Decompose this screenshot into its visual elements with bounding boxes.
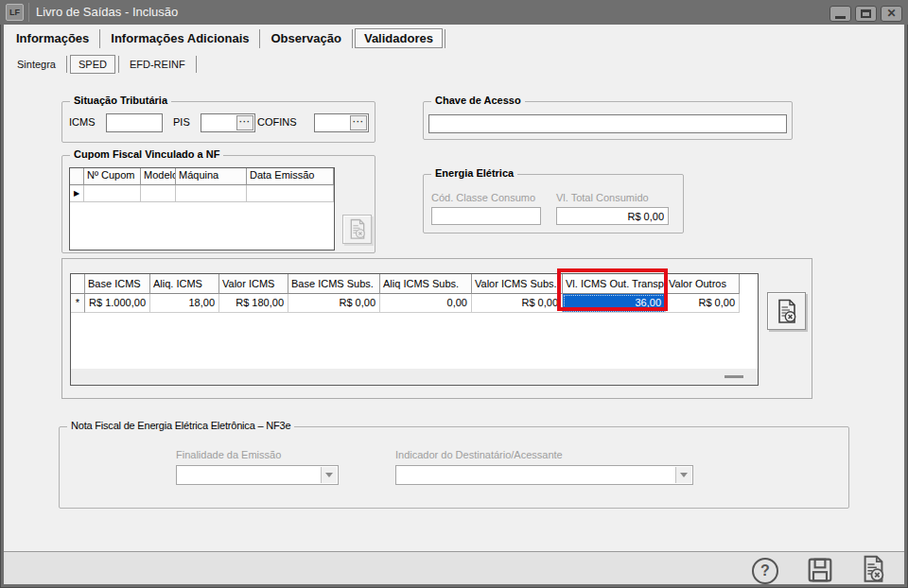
icms-grid: Base ICMS Aliq. ICMS Valor ICMS Base ICM… [70, 273, 759, 386]
tab-observacao[interactable]: Observação [262, 29, 349, 47]
grid-resize-dash[interactable] [725, 375, 743, 378]
titlebar-separator [28, 3, 29, 22]
pis-input[interactable] [201, 114, 236, 131]
cell-base-icms-subs[interactable]: R$ 0,00 [288, 294, 380, 313]
combo-value [177, 470, 181, 481]
main-tab-bar: Informações Informações Adicionais Obser… [8, 27, 447, 49]
group-title: Cupom Fiscal Vinculado a NF [70, 148, 223, 160]
tab-divider [196, 56, 197, 73]
column-header-modelo[interactable]: Modelo [141, 168, 176, 185]
column-header-num-cupom[interactable]: Nº Cupom [84, 168, 141, 185]
cofins-label: COFINS [257, 116, 297, 128]
icms-input[interactable] [106, 113, 163, 132]
tab-divider [352, 29, 353, 48]
ellipsis-icon: ··· [353, 117, 364, 127]
grid-header-row: Base ICMS Aliq. ICMS Valor ICMS Base ICM… [71, 274, 758, 294]
cell-base-icms[interactable]: R$ 1.000,00 [85, 294, 150, 313]
row-indicator: * [71, 294, 85, 313]
grid-corner-cell [71, 274, 85, 294]
group-nf3e: Nota Fiscal de Energia Elétrica Eletrôni… [59, 426, 849, 509]
group-title: Energia Elétrica [431, 167, 517, 179]
pis-field: ··· [201, 113, 255, 132]
grid-data-row: * R$ 1.000,00 18,00 R$ 180,00 R$ 0,00 0,… [71, 294, 758, 313]
cofins-field: ··· [314, 113, 369, 132]
maximize-button[interactable] [855, 6, 877, 22]
combo-dropdown-button [321, 467, 337, 483]
cell-valor-outros[interactable]: R$ 0,00 [666, 294, 740, 313]
tab-divider [66, 56, 67, 73]
sub-tab-bar: Sintegra SPED EFD-REINF [9, 54, 200, 74]
window-title: Livro de Saídas - Inclusão [36, 0, 178, 25]
finalidade-combo [176, 465, 339, 485]
group-chave-acesso: Chave de Acesso [423, 101, 793, 140]
cancel-record-icon [861, 555, 886, 583]
titlebar: LF Livro de Saídas - Inclusão ✕ [0, 0, 908, 25]
tab-efd-reinf[interactable]: EFD-REINF [122, 56, 193, 73]
pis-label: PIS [173, 116, 190, 128]
row-indicator: ▶ [70, 185, 84, 202]
total-consumido-label: Vl. Total Consumido [556, 192, 649, 203]
table-cell[interactable] [247, 185, 334, 202]
combo-dropdown-button [675, 467, 691, 483]
tab-divider [99, 29, 100, 48]
help-button[interactable]: ? [752, 558, 778, 584]
tab-informacoes-adicionais[interactable]: Informações Adicionais [102, 29, 257, 47]
cell-valor-icms-subs[interactable]: R$ 0,00 [472, 294, 563, 313]
classe-consumo-input[interactable] [431, 207, 541, 225]
column-header-valor-icms-subs[interactable]: Valor ICMS Subs. [472, 274, 563, 294]
pis-lookup-button[interactable]: ··· [236, 115, 253, 130]
indicador-label: Indicador do Destinatário/Acessante [395, 449, 563, 460]
save-button[interactable] [807, 557, 833, 587]
column-header-maquina[interactable]: Máquina [176, 168, 247, 185]
column-header-base-icms-subs[interactable]: Base ICMS Subs. [288, 274, 380, 294]
cofins-lookup-button[interactable]: ··· [350, 115, 367, 130]
cupom-header-row: Nº Cupom Modelo Máquina Data Emissão [70, 168, 334, 185]
chave-acesso-input[interactable] [428, 114, 787, 133]
app-window: LF Livro de Saídas - Inclusão ✕ Informaç… [0, 0, 908, 588]
cofins-input[interactable] [315, 114, 349, 131]
column-header-valor-icms[interactable]: Valor ICMS [219, 274, 288, 294]
tab-divider [259, 29, 260, 48]
grid-bottom-strip [71, 369, 758, 385]
cupom-corner-cell [70, 168, 84, 185]
group-energia-eletrica: Energia Elétrica Cód. Classe Consumo Vl.… [423, 174, 684, 233]
group-title: Nota Fiscal de Energia Elétrica Eletrôni… [67, 420, 294, 431]
grid-delete-button[interactable] [767, 292, 806, 330]
delete-record-icon [776, 299, 798, 324]
minimize-button[interactable] [829, 6, 851, 22]
total-consumido-input[interactable] [556, 207, 669, 225]
tab-divider [118, 56, 119, 73]
tab-sintegra[interactable]: Sintegra [9, 56, 63, 73]
icms-panel: Base ICMS Aliq. ICMS Valor ICMS Base ICM… [61, 258, 812, 399]
tab-sped[interactable]: SPED [70, 55, 115, 74]
cell-aliq-icms-subs[interactable]: 0,00 [380, 294, 472, 313]
classe-consumo-label: Cód. Classe Consumo [431, 192, 535, 203]
group-situacao-tributaria: Situação Tributária ICMS PIS ··· COFINS … [61, 101, 375, 143]
column-header-data-emissao[interactable]: Data Emissão [247, 168, 334, 185]
table-cell[interactable] [141, 185, 176, 202]
indicador-combo [395, 465, 693, 485]
column-header-aliq-icms-subs[interactable]: Aliq ICMS Subs. [380, 274, 472, 294]
cell-valor-icms[interactable]: R$ 180,00 [219, 294, 288, 313]
chevron-down-icon [325, 473, 333, 477]
column-header-valor-outros[interactable]: Valor Outros [666, 274, 740, 294]
grid-selected-cell[interactable]: 36,00 [563, 294, 666, 313]
tab-validadores[interactable]: Validadores [355, 28, 443, 48]
minimize-icon [835, 16, 846, 19]
tab-informacoes[interactable]: Informações [8, 29, 97, 47]
group-title: Chave de Acesso [431, 95, 525, 106]
cell-aliq-icms[interactable]: 18,00 [150, 294, 219, 313]
cancel-button[interactable] [861, 555, 886, 587]
close-button[interactable]: ✕ [881, 6, 902, 22]
cupom-table: Nº Cupom Modelo Máquina Data Emissão ▶ [69, 167, 335, 251]
column-header-base-icms[interactable]: Base ICMS [85, 274, 150, 294]
column-header-vl-icms-out-transp[interactable]: Vl. ICMS Out. Transp. [563, 274, 666, 294]
save-icon [807, 557, 833, 583]
column-header-aliq-icms[interactable]: Aliq. ICMS [150, 274, 219, 294]
delete-record-icon [348, 218, 367, 240]
tab-divider [445, 29, 445, 48]
icms-label: ICMS [69, 116, 96, 128]
table-cell[interactable] [176, 185, 247, 202]
close-icon: ✕ [886, 7, 896, 21]
table-cell[interactable] [84, 185, 141, 202]
